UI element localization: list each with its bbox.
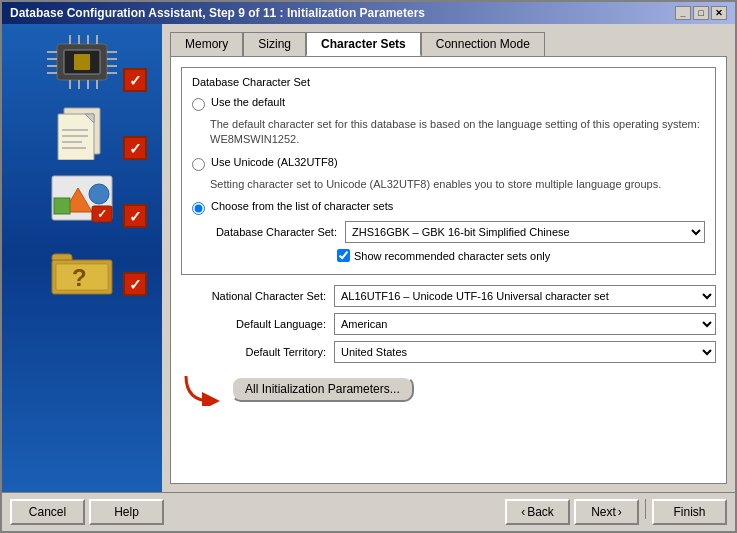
default-language-row: Default Language: American [181, 313, 716, 335]
title-bar-buttons: _ □ ✕ [675, 6, 727, 20]
help-button[interactable]: Help [89, 499, 164, 525]
radio-unicode[interactable] [192, 158, 205, 171]
db-charset-section: Database Character Set Use the default T… [181, 67, 716, 275]
default-language-label: Default Language: [181, 318, 326, 330]
radio-unicode-label: Use Unicode (AL32UTF8) [211, 156, 338, 168]
radio-unicode-row: Use Unicode (AL32UTF8) [192, 156, 705, 171]
documents-icon [42, 100, 122, 160]
check-badge-2: ✓ [123, 136, 147, 160]
svg-rect-29 [54, 198, 70, 214]
finish-button[interactable]: Finish [652, 499, 727, 525]
national-charset-label: National Character Set: [181, 290, 326, 302]
shapes-icon: ✓ [42, 168, 122, 228]
radio-list-row: Choose from the list of character sets [192, 200, 705, 215]
radio-default-desc: The default character set for this datab… [210, 117, 705, 148]
radio-list[interactable] [192, 202, 205, 215]
back-label: Back [527, 505, 554, 519]
left-panel: ✓ ✓ [2, 24, 162, 492]
radio-default-label: Use the default [211, 96, 285, 108]
radio-unicode-desc: Setting character set to Unicode (AL32UT… [210, 177, 705, 192]
icon-row-4: ? ✓ [12, 236, 152, 296]
all-init-params-button[interactable]: All Initialization Parameters... [231, 376, 414, 402]
tab-sizing[interactable]: Sizing [243, 32, 306, 56]
icon-row-3: ✓ ✓ [12, 168, 152, 228]
svg-text:?: ? [72, 264, 87, 291]
window: Database Configuration Assistant, Step 9… [0, 0, 737, 533]
svg-text:✓: ✓ [97, 207, 107, 221]
maximize-button[interactable]: □ [693, 6, 709, 20]
show-recommended-checkbox[interactable] [337, 249, 350, 262]
default-territory-select[interactable]: United States [334, 341, 716, 363]
back-arrow-icon: ‹ [521, 505, 525, 519]
nav-buttons: ‹ Back Next › Finish [505, 499, 727, 525]
close-button[interactable]: ✕ [711, 6, 727, 20]
show-recommended-label: Show recommended character sets only [354, 250, 550, 262]
icon-row-2: ✓ [12, 100, 152, 160]
tab-bar: Memory Sizing Character Sets Connection … [170, 32, 727, 56]
next-button[interactable]: Next › [574, 499, 639, 525]
icon-row-1: ✓ [12, 32, 152, 92]
national-charset-row: National Character Set: AL16UTF16 – Unic… [181, 285, 716, 307]
tab-connection-mode[interactable]: Connection Mode [421, 32, 545, 56]
national-charset-select[interactable]: AL16UTF16 – Unicode UTF-16 Universal cha… [334, 285, 716, 307]
svg-point-28 [89, 184, 109, 204]
db-charset-title: Database Character Set [192, 76, 705, 88]
chip-icon [42, 32, 122, 92]
svg-rect-18 [74, 54, 90, 70]
db-charset-field-row: Database Character Set: ZHS16GBK – GBK 1… [192, 221, 705, 243]
next-arrow-icon: › [618, 505, 622, 519]
tab-content: Database Character Set Use the default T… [170, 56, 727, 484]
default-territory-row: Default Territory: United States [181, 341, 716, 363]
db-charset-field-label: Database Character Set: [192, 226, 337, 238]
minimize-button[interactable]: _ [675, 6, 691, 20]
cancel-button[interactable]: Cancel [10, 499, 85, 525]
radio-default-row: Use the default [192, 96, 705, 111]
left-buttons: Cancel Help [10, 499, 164, 525]
tab-memory[interactable]: Memory [170, 32, 243, 56]
check-badge-1: ✓ [123, 68, 147, 92]
db-charset-select[interactable]: ZHS16GBK – GBK 16-bit Simplified Chinese [345, 221, 705, 243]
default-territory-label: Default Territory: [181, 346, 326, 358]
right-panel: Memory Sizing Character Sets Connection … [162, 24, 735, 492]
window-title: Database Configuration Assistant, Step 9… [10, 6, 425, 20]
title-bar: Database Configuration Assistant, Step 9… [2, 2, 735, 24]
content-area: ✓ ✓ [2, 24, 735, 492]
radio-default[interactable] [192, 98, 205, 111]
next-label: Next [591, 505, 616, 519]
svg-rect-20 [58, 114, 94, 160]
nav-separator [645, 499, 646, 519]
default-language-select[interactable]: American [334, 313, 716, 335]
check-badge-4: ✓ [123, 272, 147, 296]
radio-list-label: Choose from the list of character sets [211, 200, 393, 212]
folder-icon: ? [42, 236, 122, 296]
bottom-bar: Cancel Help ‹ Back Next › Finish [2, 492, 735, 531]
check-badge-3: ✓ [123, 204, 147, 228]
show-recommended-row: Show recommended character sets only [337, 249, 705, 262]
back-button[interactable]: ‹ Back [505, 499, 570, 525]
tab-character-sets[interactable]: Character Sets [306, 32, 421, 56]
init-params-container: All Initialization Parameters... [181, 371, 716, 406]
arrow-icon [181, 371, 221, 406]
arrow-container [181, 371, 221, 406]
